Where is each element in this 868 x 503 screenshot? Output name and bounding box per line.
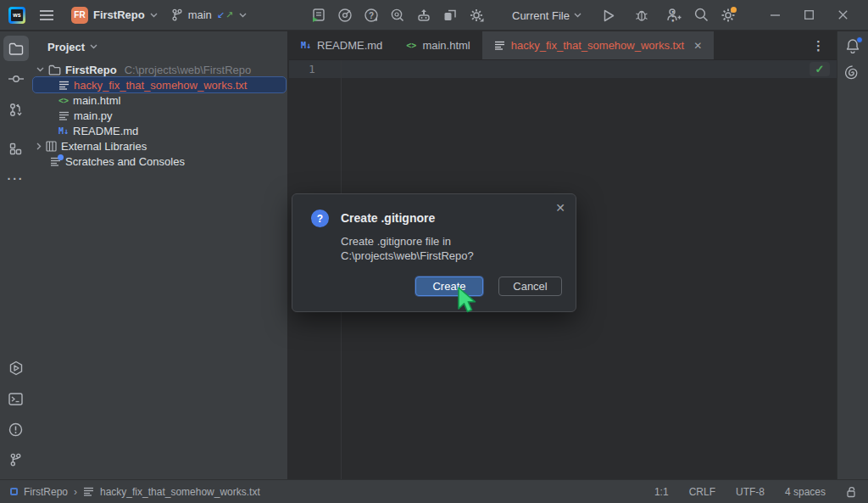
unlocked-padlock-icon[interactable] [846, 486, 858, 498]
toolwindow-problems-button[interactable] [3, 416, 29, 442]
main-menu-button[interactable] [34, 6, 59, 25]
play-icon [603, 9, 615, 22]
line-separator-widget[interactable]: CRLF [689, 486, 715, 498]
statusbar-widgets: 1:1 CRLF UTF-8 4 spaces [654, 486, 858, 498]
minimize-icon [771, 14, 780, 16]
project-panel-header[interactable]: Project [31, 31, 287, 62]
left-toolwindow-bar: ··· [0, 31, 31, 479]
branch-name: main [188, 8, 212, 21]
toolwindow-terminal-button[interactable] [3, 386, 29, 411]
html-file-icon: <> [58, 96, 69, 105]
problems-icon [8, 422, 23, 437]
titlebar: ws FR FirstRepo main ↙↗ ? [0, 0, 868, 31]
mouse-cursor-icon [458, 287, 478, 316]
dialog-body-line1: Create .gitignore file in [341, 234, 562, 249]
tree-row-file[interactable]: M↓ README.md [33, 123, 286, 138]
tab-hacky-fix-active[interactable]: hacky_fix_that_somehow_works.txt ✕ [482, 31, 715, 59]
tree-row-scratches[interactable]: Scratches and Consoles [33, 154, 286, 169]
indent-widget[interactable]: 4 spaces [785, 486, 826, 498]
chevron-collapsed-icon[interactable] [36, 143, 42, 150]
tree-row-external-libraries[interactable]: External Libraries [33, 138, 286, 154]
settings-button[interactable] [719, 6, 737, 25]
folder-icon [48, 64, 61, 75]
html-file-icon: <> [406, 41, 416, 50]
plugin-help-icon[interactable]: ? [362, 6, 381, 25]
code-with-me-button[interactable] [665, 6, 683, 25]
project-widget[interactable]: FR FirstRepo [66, 3, 163, 27]
toolwindow-commit-button[interactable] [3, 66, 29, 92]
dialog-close-icon[interactable]: ✕ [555, 201, 565, 215]
tree-row-root[interactable]: FirstRepo C:\projects\web\FirstRepo [33, 62, 286, 77]
cancel-button[interactable]: Cancel [498, 277, 562, 296]
plugin-compare-squares-icon[interactable] [441, 6, 459, 25]
editor-tabbar: M↓ README.md <> main.html hacky_fix_that… [289, 31, 837, 60]
project-icon [10, 488, 18, 495]
tree-file-label: main.py [74, 109, 113, 122]
encoding-widget[interactable]: UTF-8 [736, 486, 765, 498]
more-toolwindows-button[interactable]: ··· [3, 166, 29, 192]
statusbar: FirstRepo › hacky_fix_that_somehow_works… [0, 479, 868, 503]
incoming-commits-icon: ↙ [217, 9, 225, 20]
plugin-form-run-icon[interactable] [309, 6, 328, 25]
tree-row-file[interactable]: main.py [33, 108, 286, 123]
dialog-buttons: Create Cancel [415, 277, 562, 296]
run-configuration-label: Current File [512, 9, 570, 22]
window-close-button[interactable] [826, 3, 860, 28]
project-widget-name: FirstRepo [93, 8, 145, 21]
chevron-expanded-icon[interactable] [36, 67, 44, 72]
right-toolwindow-bar [837, 31, 868, 479]
breadcrumb: FirstRepo › hacky_fix_that_somehow_works… [10, 486, 260, 498]
tab-options-button[interactable]: ⋮ [800, 31, 837, 59]
maximize-icon [804, 10, 814, 20]
more-horizontal-icon: ··· [8, 172, 25, 186]
project-avatar: FR [71, 7, 88, 24]
caret-position-widget[interactable]: 1:1 [654, 486, 669, 498]
run-button[interactable] [599, 6, 618, 25]
text-file-icon [494, 41, 505, 50]
search-everywhere-button[interactable] [692, 6, 710, 25]
notifications-button[interactable] [845, 38, 860, 53]
toolwindow-services-button[interactable] [3, 355, 29, 381]
tree-row-file[interactable]: <> main.html [33, 92, 286, 108]
settings-alert-dot [731, 7, 737, 13]
tab-close-icon[interactable]: ✕ [693, 40, 702, 52]
create-gitignore-dialog: ✕ ? Create .gitignore Create .gitignore … [292, 193, 576, 312]
tab-main-html[interactable]: <> main.html [394, 31, 481, 59]
plugin-gear-icon[interactable] [467, 6, 486, 25]
left-strip-bottom [3, 355, 29, 472]
tab-label: README.md [317, 39, 382, 52]
inspections-widget[interactable]: ✓ [810, 62, 830, 76]
breadcrumb-file[interactable]: hacky_fix_that_somehow_works.txt [100, 486, 260, 498]
markdown-file-icon: M↓ [58, 126, 69, 136]
tree-node-label: External Libraries [61, 140, 147, 153]
plugin-search-at-icon[interactable] [388, 6, 407, 25]
toolwindow-project-button[interactable] [3, 36, 29, 61]
window-maximize-button[interactable] [792, 3, 826, 28]
project-toolwindow: Project FirstRepo C:\projects\web\FirstR… [31, 31, 288, 479]
main-toolbar-center: ? Current File [309, 0, 682, 31]
toolwindow-git-button[interactable] [3, 447, 29, 472]
dialog-body-line2: C:\projects\web\FirstRepo? [341, 249, 562, 263]
project-tree: FirstRepo C:\projects\web\FirstRepo hack… [31, 62, 287, 169]
vcs-branch-widget[interactable]: main ↙↗ [166, 5, 253, 25]
text-file-icon [58, 81, 70, 90]
breadcrumb-project[interactable]: FirstRepo [24, 486, 68, 498]
tab-label: main.html [422, 39, 470, 52]
notification-dot [856, 36, 863, 43]
tab-readme[interactable]: M↓ README.md [289, 31, 394, 59]
ai-assistant-icon [845, 65, 860, 81]
plugin-controller-icon[interactable] [415, 6, 433, 25]
ai-assistant-button[interactable] [845, 65, 860, 81]
webstorm-logo-icon: ws [8, 7, 25, 24]
tree-file-label: README.md [73, 125, 138, 137]
tree-row-file-selected[interactable]: hacky_fix_that_somehow_works.txt [33, 77, 286, 92]
run-configuration-selector[interactable]: Current File [512, 9, 581, 22]
tree-root-label: FirstRepo [65, 64, 117, 76]
window-minimize-button[interactable] [758, 3, 792, 28]
plugin-gauge-icon[interactable] [336, 6, 354, 25]
question-icon: ? [311, 210, 329, 227]
dialog-body: Create .gitignore file in C:\projects\we… [341, 234, 562, 263]
debug-button[interactable] [632, 6, 651, 25]
toolwindow-structure-button[interactable] [3, 136, 29, 161]
toolwindow-pull-requests-button[interactable] [3, 97, 29, 122]
